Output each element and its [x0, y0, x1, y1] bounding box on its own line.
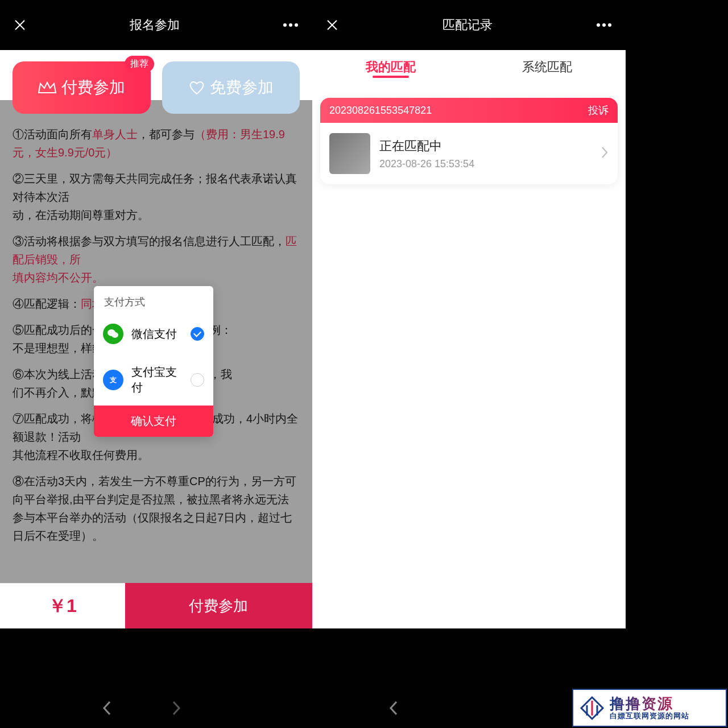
- confirm-pay-button[interactable]: 确认支付: [94, 406, 213, 437]
- paid-join-button[interactable]: 付费参加 推荐: [13, 61, 151, 114]
- alipay-label: 支付宝支付: [131, 365, 183, 395]
- paid-join-cta[interactable]: 付费参加: [125, 583, 312, 628]
- left-body: 付费参加 推荐 免费参加 ①活动面向所有单身人士，都可参与（费用：男生19.9元…: [0, 50, 312, 628]
- match-status: 正在匹配中: [379, 138, 592, 155]
- chevron-right-icon: [601, 146, 609, 161]
- nav-forward-icon[interactable]: [170, 700, 183, 717]
- match-card[interactable]: 202308261553547821 投诉 正在匹配中 2023-08-26 1…: [320, 98, 618, 184]
- match-id: 202308261553547821: [329, 105, 432, 117]
- svg-point-2: [295, 23, 298, 27]
- pay-option-wechat[interactable]: 微信支付: [94, 313, 213, 354]
- tabs: 我的匹配 系统匹配: [312, 50, 626, 84]
- alipay-radio[interactable]: [191, 373, 204, 387]
- svg-point-4: [111, 332, 118, 338]
- badge-sub: 白嫖互联网资源的网站: [610, 712, 689, 720]
- screen-match-history: 匹配记录 我的匹配 系统匹配 202308261553547821 投诉 正在匹…: [312, 0, 626, 628]
- wechat-icon: [103, 324, 123, 344]
- svg-point-7: [602, 23, 606, 27]
- tab-my-match[interactable]: 我的匹配: [312, 59, 469, 76]
- svg-point-0: [283, 23, 287, 27]
- svg-point-6: [597, 23, 600, 27]
- page-title-right: 匹配记录: [338, 16, 596, 34]
- svg-text:支: 支: [109, 376, 117, 384]
- recommend-badge: 推荐: [125, 56, 154, 72]
- badge-title: 撸撸资源: [610, 696, 689, 712]
- page-title-left: 报名参加: [26, 16, 283, 34]
- payment-modal: 支付方式 微信支付 支 支付宝支付 确认支付: [94, 286, 213, 437]
- price-display: ￥1: [0, 583, 125, 628]
- heart-icon: [188, 80, 205, 95]
- match-card-head: 202308261553547821 投诉: [320, 98, 618, 123]
- modal-title: 支付方式: [94, 286, 213, 313]
- svg-point-8: [608, 23, 611, 27]
- free-join-button[interactable]: 免费参加: [162, 61, 300, 114]
- crown-icon: [38, 80, 57, 95]
- paid-join-label: 付费参加: [61, 77, 125, 98]
- nav-back-icon-2[interactable]: [387, 700, 400, 717]
- report-link[interactable]: 投诉: [588, 104, 609, 117]
- right-body: 我的匹配 系统匹配 202308261553547821 投诉 正在匹配中 20…: [312, 50, 626, 628]
- watermark-badge: 撸撸资源 白嫖互联网资源的网站: [572, 689, 727, 727]
- close-icon[interactable]: [14, 19, 26, 31]
- header-right: 匹配记录: [312, 0, 626, 50]
- header-left: 报名参加: [0, 0, 312, 50]
- match-time: 2023-08-26 15:53:54: [379, 158, 592, 170]
- wechat-radio[interactable]: [191, 327, 204, 341]
- badge-logo-icon: [579, 695, 605, 721]
- free-join-label: 免费参加: [210, 77, 274, 98]
- os-nav: [0, 688, 626, 728]
- bottom-bar: ￥1 付费参加: [0, 583, 312, 628]
- more-icon[interactable]: [283, 23, 299, 27]
- svg-point-1: [289, 23, 292, 27]
- screen-signup: 报名参加 付费参加 推荐 免费参加: [0, 0, 312, 628]
- alipay-icon: 支: [103, 370, 123, 390]
- tab-system-match[interactable]: 系统匹配: [469, 59, 626, 76]
- pay-option-alipay[interactable]: 支 支付宝支付: [94, 354, 213, 406]
- match-card-body: 正在匹配中 2023-08-26 15:53:54: [320, 123, 618, 184]
- more-icon[interactable]: [596, 23, 612, 27]
- close-icon[interactable]: [326, 19, 338, 31]
- avatar: [329, 133, 370, 174]
- wechat-label: 微信支付: [131, 326, 183, 342]
- nav-back-icon[interactable]: [101, 700, 113, 717]
